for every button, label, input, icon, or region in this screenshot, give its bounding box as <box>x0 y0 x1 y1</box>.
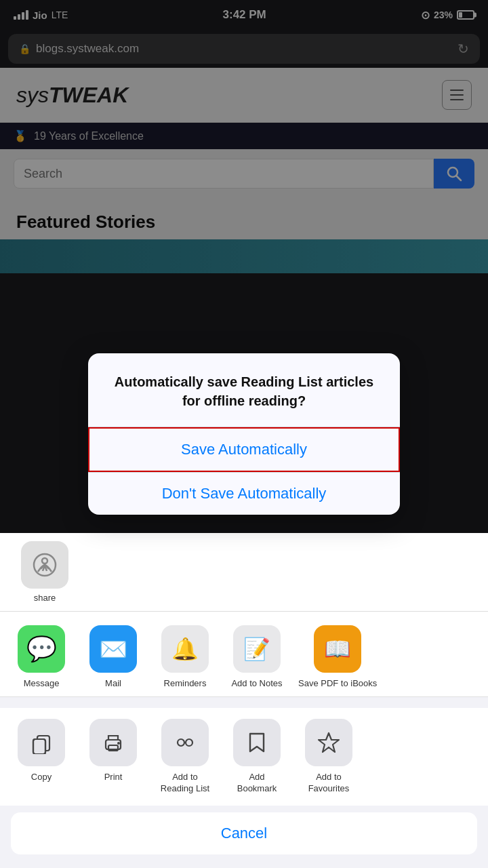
dialog-title: Automatically save Reading List articles… <box>108 372 380 410</box>
save-dialog: Automatically save Reading List articles… <box>88 353 400 515</box>
save-automatically-button[interactable]: Save Automatically <box>88 427 400 472</box>
dialog-overlay: Automatically save Reading List articles… <box>0 0 488 868</box>
dialog-body: Automatically save Reading List articles… <box>88 353 400 410</box>
dont-save-automatically-button[interactable]: Don't Save Automatically <box>88 473 400 515</box>
